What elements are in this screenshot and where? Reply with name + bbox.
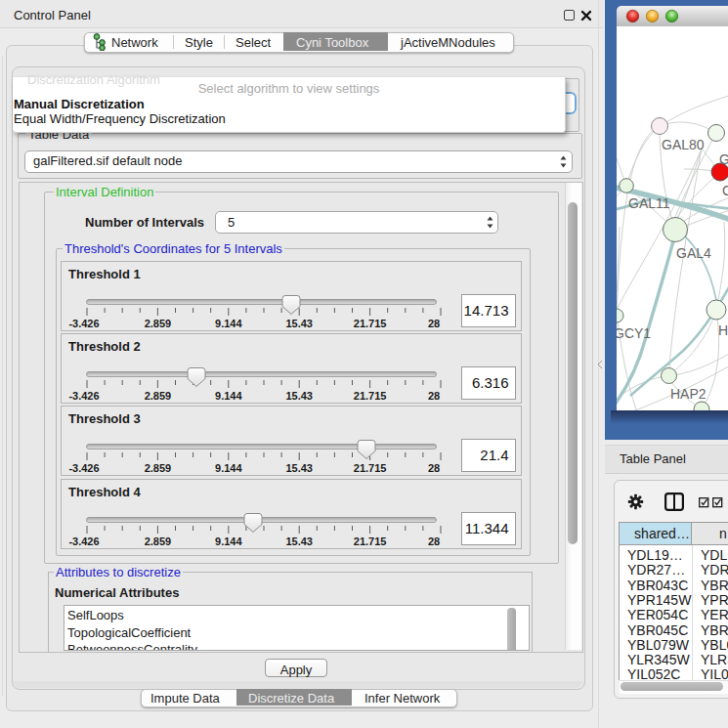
svg-text:-3.426: -3.426: [68, 462, 99, 474]
svg-text:Threshold 4: Threshold 4: [68, 485, 141, 499]
svg-text:Threshold 2: Threshold 2: [68, 339, 141, 354]
svg-text:28: 28: [428, 318, 440, 329]
svg-text:21.715: 21.715: [354, 318, 387, 329]
svg-text:2.859: 2.859: [145, 318, 172, 329]
svg-text:-3.426: -3.426: [68, 390, 99, 402]
svg-text:-3.426: -3.426: [68, 318, 99, 329]
svg-text:Threshold 3: Threshold 3: [68, 411, 141, 426]
svg-text:9.144: 9.144: [215, 318, 242, 329]
svg-text:GCY1: GCY1: [617, 325, 651, 341]
svg-text:15.43: 15.43: [285, 390, 313, 402]
svg-text:GA: GA: [719, 151, 728, 167]
svg-text:GAL80: GAL80: [662, 137, 705, 152]
svg-text:2.859: 2.859: [145, 390, 172, 402]
svg-text:28: 28: [428, 535, 440, 547]
svg-text:GAL4: GAL4: [676, 245, 711, 261]
svg-text:21.715: 21.715: [354, 462, 387, 474]
svg-text:H: H: [718, 322, 728, 338]
svg-text:21.715: 21.715: [354, 390, 387, 402]
svg-text:9.144: 9.144: [215, 462, 242, 474]
svg-text:2.859: 2.859: [145, 535, 172, 547]
svg-text:15.43: 15.43: [285, 535, 313, 547]
svg-text:9.144: 9.144: [215, 535, 242, 547]
svg-text:9.144: 9.144: [215, 390, 242, 402]
svg-text:2.859: 2.859: [145, 462, 172, 474]
svg-text:15.43: 15.43: [285, 462, 313, 474]
svg-text:HAP2: HAP2: [670, 386, 707, 402]
svg-text:28: 28: [428, 390, 440, 402]
svg-text:15.43: 15.43: [285, 318, 313, 329]
svg-text:21.715: 21.715: [354, 535, 387, 547]
svg-text:-3.426: -3.426: [68, 535, 99, 547]
svg-text:GAL11: GAL11: [628, 195, 670, 211]
svg-text:C: C: [722, 183, 728, 198]
svg-text:Threshold 1: Threshold 1: [68, 267, 141, 281]
svg-text:28: 28: [428, 462, 440, 474]
